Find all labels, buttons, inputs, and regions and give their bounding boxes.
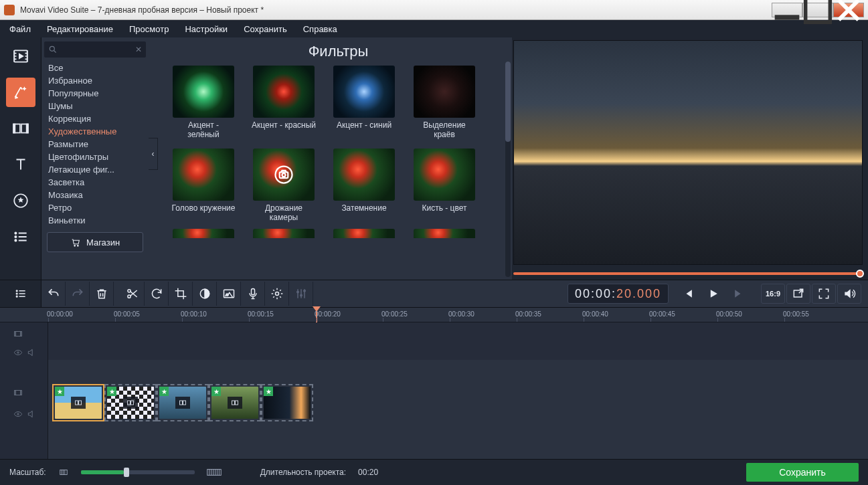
next-frame-button[interactable]: [727, 284, 750, 304]
filter-thumb[interactable]: [173, 66, 234, 118]
zoom-slider[interactable]: [81, 470, 195, 474]
filter-thumb-peek[interactable]: [253, 229, 315, 238]
fullscreen-button[interactable]: [812, 284, 836, 304]
timeline-view-toggle[interactable]: [0, 280, 41, 307]
filter-thumb[interactable]: [253, 66, 315, 118]
menu-help[interactable]: Справка: [303, 24, 337, 34]
preview-player[interactable]: [513, 40, 863, 265]
more-tab-button[interactable]: [6, 222, 35, 252]
video-track-controls[interactable]: [0, 388, 48, 397]
filters-tab-button[interactable]: [6, 78, 35, 107]
equalizer-button[interactable]: [289, 282, 313, 306]
filter-search[interactable]: ✕: [44, 41, 146, 58]
menu-file[interactable]: Файл: [9, 24, 31, 34]
timeline-clip[interactable]: ★: [157, 384, 209, 421]
ruler-tick-label: 00:00:45: [649, 310, 675, 318]
filter-category-item[interactable]: Летающие фиг...: [41, 163, 149, 176]
filter-item[interactable]: Акцент - красный: [252, 66, 316, 139]
stickers-tab-button[interactable]: [6, 186, 35, 215]
timeline-clip[interactable]: ★: [261, 384, 313, 421]
search-clear-icon[interactable]: ✕: [135, 45, 142, 54]
filter-category-item[interactable]: Цветофильтры: [41, 151, 149, 163]
transitions-tab-button[interactable]: [6, 114, 35, 143]
filter-item[interactable]: Акцент - зелёный: [171, 66, 236, 139]
split-button[interactable]: [120, 282, 145, 306]
shop-button[interactable]: Магазин: [47, 232, 143, 252]
timeline-clip[interactable]: ★: [209, 384, 261, 421]
svg-rect-40: [183, 401, 186, 405]
timeline-clip[interactable]: ★: [52, 384, 104, 421]
filter-item[interactable]: Акцент - синий: [332, 66, 396, 139]
seek-bar[interactable]: [513, 269, 863, 278]
filter-item[interactable]: Выделение краёв: [412, 66, 476, 139]
menu-edit[interactable]: Редактирование: [47, 24, 113, 34]
filter-thumb[interactable]: [414, 66, 475, 118]
titles-tab-button[interactable]: [6, 150, 35, 179]
menu-save[interactable]: Сохранить: [244, 24, 287, 34]
zoom-in-icon[interactable]: [207, 468, 222, 477]
filter-category-item[interactable]: Художественные: [41, 125, 149, 138]
filter-thumb[interactable]: [333, 149, 395, 201]
transition-icon[interactable]: [175, 397, 190, 409]
speaker-icon: [27, 409, 36, 419]
title-track-controls[interactable]: [0, 329, 48, 338]
filter-item[interactable]: Голово кружение: [171, 149, 236, 222]
filters-scrollbar[interactable]: [505, 62, 511, 277]
filter-thumb-peek[interactable]: [173, 229, 234, 238]
video-track[interactable]: ★ ★ ★ ★ ★: [48, 376, 868, 429]
play-button[interactable]: [702, 284, 725, 304]
menu-settings[interactable]: Настройки: [185, 24, 228, 34]
svg-rect-0: [775, 15, 800, 19]
close-button[interactable]: [833, 3, 864, 17]
timeline-ruler[interactable]: 00:00:0000:00:0500:00:1000:00:1500:00:20…: [0, 308, 868, 322]
svg-point-19: [16, 296, 17, 297]
transition-icon[interactable]: [71, 397, 86, 409]
record-audio-button[interactable]: [241, 282, 265, 306]
menubar: Файл Редактирование Просмотр Настройки С…: [0, 20, 868, 37]
color-adjust-button[interactable]: [193, 282, 217, 306]
undo-button[interactable]: [41, 282, 66, 306]
filter-thumb-peek[interactable]: [333, 229, 395, 238]
filter-category-item[interactable]: Виньетки: [41, 214, 149, 227]
filter-item[interactable]: Затемнение: [332, 149, 396, 222]
filter-thumb[interactable]: [333, 66, 395, 118]
filter-thumb[interactable]: [414, 149, 475, 201]
title-track[interactable]: [48, 322, 868, 360]
rotate-button[interactable]: [145, 282, 169, 306]
filter-category-item[interactable]: Коррекция: [41, 112, 149, 125]
filter-category-item[interactable]: Избранное: [41, 74, 149, 87]
filter-category-item[interactable]: Шумы: [41, 100, 149, 112]
detach-preview-button[interactable]: [786, 284, 810, 304]
prev-frame-button[interactable]: [677, 284, 699, 304]
filter-category-item[interactable]: Засветка: [41, 176, 149, 189]
timeline-clip[interactable]: ★: [104, 384, 157, 421]
video-track-vis[interactable]: [0, 409, 48, 419]
delete-button[interactable]: [90, 282, 114, 306]
clip-properties-button[interactable]: [217, 282, 241, 306]
filter-category-item[interactable]: Популярные: [41, 87, 149, 100]
filter-item[interactable]: Дрожание камеры: [252, 149, 316, 222]
volume-button[interactable]: [837, 284, 861, 304]
crop-button[interactable]: [169, 282, 193, 306]
media-tab-button[interactable]: [6, 41, 35, 71]
clip-settings-button[interactable]: [265, 282, 289, 306]
filter-category-item[interactable]: Мозаика: [41, 189, 149, 201]
filter-category-item[interactable]: Размытие: [41, 138, 149, 151]
zoom-out-icon[interactable]: [58, 468, 69, 477]
aspect-ratio-button[interactable]: 16:9: [761, 284, 785, 304]
redo-button[interactable]: [66, 282, 90, 306]
transition-icon[interactable]: [228, 397, 242, 409]
timecode-display[interactable]: 00:00:20.000: [568, 284, 669, 304]
maximize-button[interactable]: [802, 3, 833, 17]
menu-view[interactable]: Просмотр: [129, 24, 169, 34]
filter-thumb-peek[interactable]: [414, 229, 475, 238]
title-track-vis[interactable]: [0, 348, 48, 357]
filter-thumb[interactable]: [173, 149, 234, 201]
minimize-button[interactable]: [772, 3, 802, 17]
transition-icon[interactable]: [123, 397, 138, 409]
export-button[interactable]: Сохранить: [746, 463, 859, 482]
filter-category-item[interactable]: Ретро: [41, 201, 149, 214]
filter-item[interactable]: Кисть - цвет: [412, 149, 476, 222]
filter-category-item[interactable]: Все: [41, 62, 149, 74]
filter-thumb[interactable]: [253, 149, 315, 201]
